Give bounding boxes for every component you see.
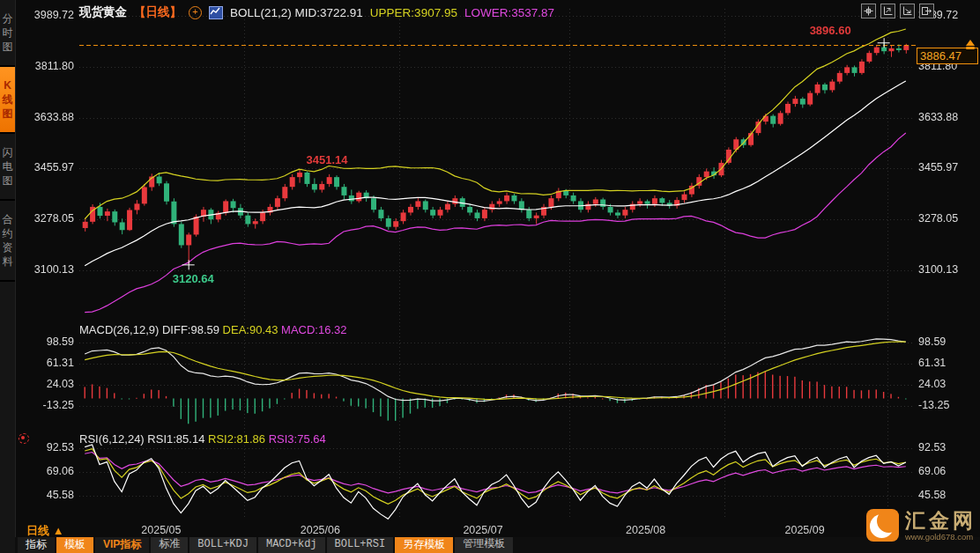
rsi-title: RSI(6,12,24) bbox=[79, 432, 145, 446]
boll-lower-value: LOWER:3537.87 bbox=[464, 6, 554, 19]
site-logo: 汇金网 www.gold678.com bbox=[866, 509, 976, 542]
peak-price-annotation: 3451.14 bbox=[307, 153, 348, 166]
add-indicator-icon[interactable]: + bbox=[189, 6, 202, 19]
bottom-tab-bar: 指标模板VIP指标标准BOLL+KDJMACD+kdjBOLL+RSI另存模板管… bbox=[15, 537, 980, 553]
y-axis-label: 92.53 bbox=[918, 441, 973, 453]
y-axis-label: 98.59 bbox=[19, 335, 74, 348]
x-axis-month-label: 2025/07 bbox=[463, 524, 502, 536]
y-axis-label: 3989.72 bbox=[19, 9, 74, 21]
rsi1-value: RSI1:85.14 bbox=[147, 432, 204, 446]
y-axis-label: 3455.97 bbox=[918, 161, 973, 173]
rsi3-value: RSI3:75.64 bbox=[269, 432, 326, 446]
sidebar-tab-contract-info[interactable]: 合约资料 bbox=[0, 201, 15, 282]
y-axis-label: 45.58 bbox=[19, 489, 74, 501]
macd-title: MACD(26,12,9) bbox=[79, 323, 159, 336]
y-axis-label: 3278.05 bbox=[918, 212, 973, 225]
left-sidebar: 分时图 K线图 闪电图 合约资料 bbox=[0, 0, 16, 553]
boll-upper-value: UPPER:3907.95 bbox=[370, 6, 457, 19]
bottom-tab-MACD+kdj[interactable]: MACD+kdj bbox=[258, 537, 325, 553]
bottom-tab-标准[interactable]: 标准 bbox=[151, 537, 188, 553]
macd-hist-value: MACD:16.32 bbox=[281, 323, 346, 336]
x-axis-month-label: 2025/09 bbox=[785, 524, 825, 536]
y-axis-label: 3100.13 bbox=[19, 263, 74, 276]
x-axis-month-label: 2025/05 bbox=[141, 524, 181, 536]
x-axis-month-label: 2025/06 bbox=[301, 524, 340, 536]
bottom-tab-指标[interactable]: 指标 bbox=[18, 537, 55, 553]
logo-crescent-icon bbox=[866, 509, 899, 542]
y-axis-label: 24.03 bbox=[19, 378, 74, 390]
bottom-tab-另存模板[interactable]: 另存模板 bbox=[395, 537, 453, 553]
symbol-name: 现货黄金 bbox=[79, 4, 127, 20]
bottom-tab-管理模板[interactable]: 管理模板 bbox=[455, 537, 513, 553]
latest-price-marker-icon[interactable] bbox=[966, 35, 975, 49]
chart-toolbar bbox=[861, 4, 934, 18]
chart-app: 分时图 K线图 闪电图 合约资料 现货黄金 【日线】 + BOLL(21,2) … bbox=[0, 0, 980, 553]
macd-dea-value: DEA:90.43 bbox=[223, 323, 278, 336]
collapse-panel-icon[interactable] bbox=[919, 4, 934, 18]
bottom-tab-VIP指标[interactable]: VIP指标 bbox=[95, 537, 149, 553]
bottom-tab-模板[interactable]: 模板 bbox=[56, 537, 93, 553]
macd-diff-value: DIFF:98.59 bbox=[162, 323, 219, 336]
auto-scale-y-icon[interactable] bbox=[880, 4, 895, 18]
y-axis-label: -13.25 bbox=[19, 399, 74, 411]
chart-canvas[interactable] bbox=[0, 0, 980, 553]
x-axis-month-label: 2025/08 bbox=[626, 524, 665, 536]
period-tag: 【日线】 bbox=[134, 4, 182, 20]
current-price-label: 3886.47 bbox=[917, 48, 978, 64]
low-price-annotation: 3120.64 bbox=[173, 272, 214, 285]
alert-dot-icon bbox=[19, 433, 29, 444]
y-axis-label: 69.06 bbox=[19, 465, 74, 477]
sidebar-tab-kline[interactable]: K线图 bbox=[0, 67, 15, 134]
y-axis-label: 3278.05 bbox=[19, 212, 74, 225]
y-axis-label: 24.03 bbox=[918, 378, 973, 390]
y-axis-label: 3633.88 bbox=[918, 111, 973, 123]
bottom-tab-BOLL+KDJ[interactable]: BOLL+KDJ bbox=[189, 537, 256, 553]
rsi2-value: RSI2:81.86 bbox=[208, 432, 265, 446]
y-axis-label: 61.31 bbox=[19, 357, 74, 369]
y-axis-label: 92.53 bbox=[19, 441, 74, 453]
rsi-header: RSI(6,12,24) RSI1:85.14 RSI2:81.86 RSI3:… bbox=[79, 432, 326, 446]
y-axis-label: 61.31 bbox=[918, 357, 973, 369]
line-chart-icon[interactable] bbox=[209, 6, 223, 19]
high-price-annotation: 3896.60 bbox=[810, 24, 851, 37]
y-axis-label: 3455.97 bbox=[19, 161, 74, 173]
y-axis-label: -13.25 bbox=[918, 399, 973, 411]
sidebar-tab-timeline[interactable]: 分时图 bbox=[0, 0, 15, 67]
logo-url: www.gold678.com bbox=[905, 532, 976, 542]
bottom-tab-BOLL+RSI[interactable]: BOLL+RSI bbox=[327, 537, 394, 553]
y-axis-label: 3811.80 bbox=[19, 60, 74, 72]
y-axis-label: 69.06 bbox=[918, 465, 973, 477]
chart-header: 现货黄金 【日线】 + BOLL(21,2) MID:3722.91 UPPER… bbox=[79, 4, 554, 20]
y-axis-label: 3100.13 bbox=[918, 263, 973, 276]
macd-header: MACD(26,12,9) DIFF:98.59 DEA:90.43 MACD:… bbox=[79, 323, 347, 336]
auto-scale-x-icon[interactable] bbox=[900, 4, 915, 18]
logo-text: 汇金网 bbox=[905, 510, 976, 531]
boll-mid-value: BOLL(21,2) MID:3722.91 bbox=[230, 6, 363, 19]
y-axis-label: 45.58 bbox=[918, 489, 973, 501]
crosshair-icon[interactable] bbox=[861, 4, 876, 18]
y-axis-label: 98.59 bbox=[918, 335, 973, 348]
sidebar-tab-lightning[interactable]: 闪电图 bbox=[0, 134, 15, 201]
y-axis-label: 3633.88 bbox=[19, 111, 74, 123]
